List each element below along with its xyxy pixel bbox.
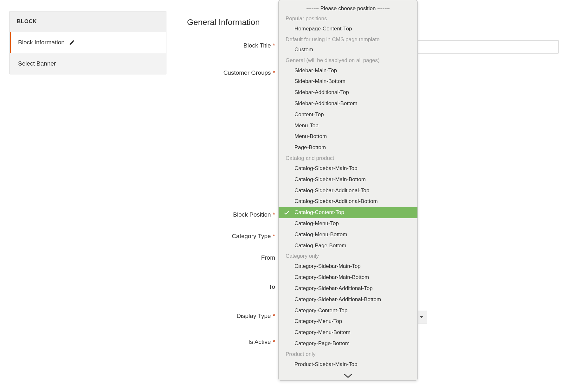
dropdown-group-label: Category only: [279, 251, 417, 261]
block-position-dropdown[interactable]: ------- Please choose position ------- P…: [278, 0, 418, 381]
dropdown-header: ------- Please choose position -------: [279, 3, 417, 14]
field-label-to: To: [187, 281, 275, 290]
dropdown-option[interactable]: Category-Sidebar-Main-Top: [279, 261, 417, 272]
dropdown-option[interactable]: Product-Sidebar-Main-Top: [279, 359, 417, 370]
dropdown-option[interactable]: Catalog-Menu-Bottom: [279, 229, 417, 240]
dropdown-option[interactable]: Catalog-Sidebar-Additional-Top: [279, 185, 417, 196]
dropdown-option[interactable]: Catalog-Menu-Top: [279, 218, 417, 229]
sidebar-item-label: Block Information: [18, 39, 65, 46]
field-label-category-type: Category Type*: [187, 231, 275, 240]
dropdown-option[interactable]: Sidebar-Additional-Top: [279, 87, 417, 98]
dropdown-option[interactable]: Sidebar-Main-Top: [279, 65, 417, 76]
pencil-icon: [69, 40, 75, 45]
dropdown-group-label: Default for using in CMS page template: [279, 35, 417, 44]
dropdown-option[interactable]: Category-Content-Top: [279, 305, 417, 316]
sidebar-item-select-banner[interactable]: Select Banner: [10, 53, 166, 74]
required-mark: *: [273, 211, 275, 218]
dropdown-option[interactable]: Sidebar-Additional-Bottom: [279, 98, 417, 109]
dropdown-option[interactable]: Menu-Top: [279, 120, 417, 131]
dropdown-option[interactable]: Category-Page-Bottom: [279, 338, 417, 349]
required-mark: *: [273, 69, 275, 76]
field-label-block-title: Block Title*: [187, 40, 275, 49]
dropdown-option[interactable]: Custom: [279, 44, 417, 55]
field-label-from: From: [187, 252, 275, 261]
sidebar-item-block-information[interactable]: Block Information: [10, 32, 166, 53]
field-label-block-position: Block Position*: [187, 209, 275, 218]
dropdown-group-label: Product only: [279, 349, 417, 359]
chevron-down-icon: [420, 316, 423, 318]
required-mark: *: [273, 233, 275, 239]
dropdown-option[interactable]: Catalog-Content-Top: [279, 207, 417, 218]
sidebar-item-label: Select Banner: [18, 60, 56, 67]
dropdown-option[interactable]: Category-Sidebar-Additional-Bottom: [279, 294, 417, 305]
dropdown-option[interactable]: Category-Sidebar-Additional-Top: [279, 283, 417, 294]
required-mark: *: [273, 338, 275, 345]
sidebar-block: BLOCK Block Information Select Banner: [10, 11, 166, 74]
check-icon: [284, 210, 289, 216]
dropdown-option[interactable]: Page-Bottom: [279, 142, 417, 153]
required-mark: *: [273, 42, 275, 49]
dropdown-option[interactable]: Catalog-Sidebar-Main-Top: [279, 163, 417, 174]
dropdown-option[interactable]: Catalog-Page-Bottom: [279, 240, 417, 251]
dropdown-option[interactable]: Category-Menu-Top: [279, 316, 417, 327]
dropdown-group-label: General (will be disaplyed on all pages): [279, 55, 417, 65]
dropdown-group-label: Catalog and product: [279, 153, 417, 163]
dropdown-option[interactable]: Category-Menu-Bottom: [279, 327, 417, 338]
dropdown-group-label: Popular positions: [279, 14, 417, 23]
dropdown-option[interactable]: Homepage-Content-Top: [279, 23, 417, 35]
dropdown-option[interactable]: Menu-Bottom: [279, 131, 417, 142]
field-label-is-active: Is Active*: [187, 337, 275, 345]
field-label-display-type: Display Type*: [187, 311, 275, 319]
dropdown-option[interactable]: Content-Top: [279, 109, 417, 120]
dropdown-option[interactable]: Category-Sidebar-Main-Bottom: [279, 272, 417, 283]
scroll-down-icon[interactable]: [279, 374, 417, 379]
sidebar-header: BLOCK: [10, 11, 166, 32]
dropdown-option[interactable]: Sidebar-Main-Bottom: [279, 76, 417, 87]
dropdown-option[interactable]: Catalog-Sidebar-Additional-Bottom: [279, 196, 417, 207]
dropdown-option[interactable]: Catalog-Sidebar-Main-Bottom: [279, 174, 417, 185]
required-mark: *: [273, 313, 275, 319]
field-label-customer-groups: Customer Groups*: [187, 67, 275, 76]
